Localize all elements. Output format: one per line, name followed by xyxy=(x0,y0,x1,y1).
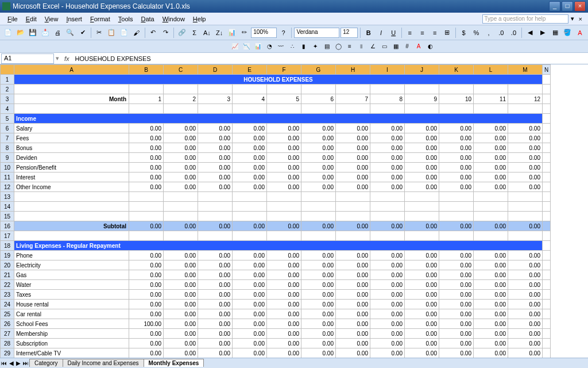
print-button[interactable]: 🖨 xyxy=(52,27,64,39)
cell[interactable]: 0.00 xyxy=(301,260,336,270)
cell[interactable]: 0.00 xyxy=(474,309,508,319)
cell[interactable]: 0.00 xyxy=(267,153,301,163)
cell[interactable]: 0.00 xyxy=(370,329,405,339)
cell[interactable]: 0.00 xyxy=(267,163,301,172)
cell[interactable]: 0.00 xyxy=(198,172,233,182)
cell[interactable]: 0.00 xyxy=(164,153,198,163)
menu-edit[interactable]: Edit xyxy=(22,14,41,24)
cell[interactable]: 0.00 xyxy=(439,251,474,260)
cell[interactable]: 0.00 xyxy=(474,153,508,163)
cell[interactable]: 0.00 xyxy=(370,319,405,329)
cell[interactable]: 0.00 xyxy=(233,251,267,260)
cell[interactable]: 0.00 xyxy=(198,309,233,319)
cell[interactable]: 0.00 xyxy=(405,290,439,300)
cell[interactable]: 0.00 xyxy=(405,133,439,143)
row-label[interactable]: Internet/Cable TV xyxy=(14,348,129,358)
row-header[interactable]: 28 xyxy=(1,339,14,348)
menu-help[interactable]: Help xyxy=(189,14,210,24)
month-label[interactable]: Month xyxy=(14,94,129,104)
cell[interactable]: 0.00 xyxy=(198,319,233,329)
underline-button[interactable]: U xyxy=(388,27,399,39)
subtotal-cell[interactable]: 0.00 xyxy=(198,221,233,231)
sheet-title[interactable]: HOUSEHOLD EXPENSES xyxy=(14,75,543,85)
row-label[interactable]: Salary xyxy=(14,124,129,133)
cell[interactable]: 0.00 xyxy=(301,153,336,163)
cell[interactable]: 0.00 xyxy=(301,348,336,358)
cell[interactable]: 0.00 xyxy=(164,329,198,339)
open-button[interactable]: 📂 xyxy=(15,27,26,39)
row-header[interactable]: 5 xyxy=(1,114,14,124)
row-header[interactable]: 6 xyxy=(1,124,14,133)
cell[interactable]: 0.00 xyxy=(439,182,474,192)
cell[interactable]: 0.00 xyxy=(336,251,370,260)
row-header[interactable]: 14 xyxy=(1,202,14,212)
cell[interactable]: 0.00 xyxy=(439,329,474,339)
cell[interactable]: 0.00 xyxy=(336,319,370,329)
cell[interactable]: 0.00 xyxy=(439,300,474,309)
cell[interactable]: 0.00 xyxy=(129,290,164,300)
cell[interactable]: 0.00 xyxy=(370,251,405,260)
cell[interactable]: 0.00 xyxy=(474,339,508,348)
cell[interactable]: 0.00 xyxy=(405,260,439,270)
cell[interactable]: 0.00 xyxy=(233,290,267,300)
cell[interactable]: 0.00 xyxy=(301,329,336,339)
month-number[interactable]: 2 xyxy=(164,94,198,104)
cell[interactable]: 0.00 xyxy=(129,251,164,260)
cell[interactable]: 0.00 xyxy=(370,133,405,143)
cell[interactable]: 0.00 xyxy=(439,319,474,329)
cell[interactable]: 0.00 xyxy=(198,339,233,348)
menu-view[interactable]: View xyxy=(41,14,63,24)
cell[interactable]: 0.00 xyxy=(198,300,233,309)
cell[interactable]: 0.00 xyxy=(508,280,543,290)
cell[interactable]: 0.00 xyxy=(267,290,301,300)
cell[interactable]: 0.00 xyxy=(336,172,370,182)
cell[interactable]: 0.00 xyxy=(508,163,543,172)
month-number[interactable]: 8 xyxy=(370,94,405,104)
help-search-input[interactable]: Type a question for help xyxy=(482,14,568,24)
help-button[interactable]: ? xyxy=(278,27,289,39)
cell[interactable]: 0.00 xyxy=(336,270,370,280)
row-header[interactable]: 12 xyxy=(1,182,14,192)
cell[interactable]: 0.00 xyxy=(233,143,267,153)
row-label[interactable]: House rental xyxy=(14,300,129,309)
name-box[interactable]: A1 xyxy=(1,53,54,64)
cell[interactable]: 0.00 xyxy=(198,270,233,280)
column-header[interactable]: N xyxy=(543,65,551,75)
month-number[interactable]: 4 xyxy=(233,94,267,104)
row-header[interactable]: 24 xyxy=(1,300,14,309)
section-header[interactable]: Income xyxy=(14,114,543,124)
cell[interactable]: 0.00 xyxy=(370,300,405,309)
cell[interactable]: 0.00 xyxy=(405,172,439,182)
cell[interactable]: 0.00 xyxy=(439,280,474,290)
row-header[interactable]: 18 xyxy=(1,241,14,251)
month-number[interactable]: 5 xyxy=(267,94,301,104)
row-label[interactable]: Membership xyxy=(14,329,129,339)
subtotal-cell[interactable]: 0.00 xyxy=(267,221,301,231)
cell[interactable]: 0.00 xyxy=(439,309,474,319)
cell[interactable]: 0.00 xyxy=(301,133,336,143)
cell[interactable]: 100.00 xyxy=(129,319,164,329)
cell[interactable]: 0.00 xyxy=(508,348,543,358)
cell[interactable]: 0.00 xyxy=(164,124,198,133)
cell[interactable]: 0.00 xyxy=(164,348,198,358)
cell[interactable]: 0.00 xyxy=(405,251,439,260)
font-color-button[interactable]: A xyxy=(574,27,586,39)
area-chart-icon[interactable]: 📉 xyxy=(241,41,252,52)
cell[interactable]: 0.00 xyxy=(129,172,164,182)
cell[interactable]: 0.00 xyxy=(508,172,543,182)
cell[interactable]: 0.00 xyxy=(405,339,439,348)
cell[interactable]: 0.00 xyxy=(336,153,370,163)
cell[interactable]: 0.00 xyxy=(405,153,439,163)
cell[interactable]: 0.00 xyxy=(267,329,301,339)
tab-next-button[interactable]: ▶ xyxy=(15,360,22,366)
menu-tools[interactable]: Tools xyxy=(114,14,137,24)
cell[interactable]: 0.00 xyxy=(233,172,267,182)
month-number[interactable]: 3 xyxy=(198,94,233,104)
row-label[interactable]: Gas xyxy=(14,270,129,280)
hyperlink-button[interactable]: 🔗 xyxy=(176,27,188,39)
row-header[interactable]: 23 xyxy=(1,290,14,300)
doc-close-button[interactable]: × xyxy=(577,16,585,22)
cell[interactable]: 0.00 xyxy=(301,339,336,348)
cell[interactable]: 0.00 xyxy=(233,133,267,143)
row-header[interactable]: 22 xyxy=(1,280,14,290)
